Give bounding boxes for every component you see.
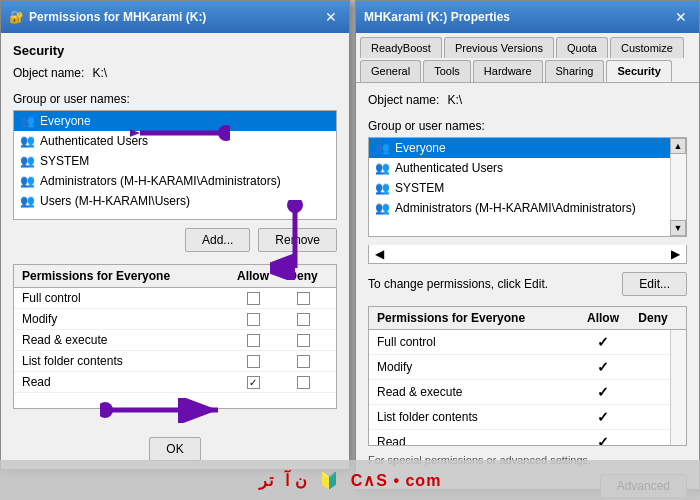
left-permissions-dialog: 🔐 Permissions for MHKarami (K:) ✕ Securi…: [0, 0, 350, 470]
scroll-up-btn[interactable]: ▲: [670, 138, 686, 154]
add-button[interactable]: Add...: [185, 228, 250, 252]
right-user-item-authenticated[interactable]: 👥 Authenticated Users: [369, 158, 670, 178]
object-name-label: Object name:: [13, 66, 84, 80]
right-object-name-label: Object name:: [368, 93, 439, 107]
left-perm-modify-allow[interactable]: [247, 313, 260, 326]
right-perm-readexec: Read & execute ✓: [369, 380, 686, 405]
left-perm-readexec: Read & execute: [14, 330, 336, 351]
right-properties-dialog: MHKarami (K:) Properties ✕ ReadyBoost Pr…: [355, 0, 700, 490]
left-perm-read-deny[interactable]: [297, 376, 310, 389]
left-permissions-header: Permissions for Everyone Allow Deny: [14, 265, 336, 288]
left-user-name-system: SYSTEM: [40, 154, 89, 168]
tab-general[interactable]: General: [360, 60, 421, 82]
user-icon-everyone: 👥: [20, 114, 35, 128]
right-perm-read: Read ✓: [369, 430, 686, 445]
left-user-item-system[interactable]: 👥 SYSTEM: [14, 151, 336, 171]
right-user-list-scrollbar[interactable]: ▲ ▼: [670, 138, 686, 236]
tab-readyboost[interactable]: ReadyBoost: [360, 37, 442, 58]
right-perms-allow-header: Allow: [578, 311, 628, 325]
right-user-icon-authenticated: 👥: [375, 161, 390, 175]
right-permissions-rows: Full control ✓ Modify ✓ Read & execute ✓…: [369, 330, 686, 445]
user-icon-authenticated: 👥: [20, 134, 35, 148]
user-icon-system: 👥: [20, 154, 35, 168]
right-user-list: 👥 Everyone 👥 Authenticated Users 👥 SYSTE…: [368, 137, 687, 237]
left-perms-title: Permissions for Everyone: [22, 269, 228, 283]
tab-tools[interactable]: Tools: [423, 60, 471, 82]
tab-security[interactable]: Security: [606, 60, 671, 82]
right-permissions-section: Permissions for Everyone Allow Deny Full…: [368, 306, 687, 446]
right-user-name-everyone: Everyone: [395, 141, 446, 155]
tab-quota[interactable]: Quota: [556, 37, 608, 58]
left-ok-cancel: OK: [1, 437, 349, 461]
left-perm-readexec-label: Read & execute: [22, 333, 228, 347]
right-close-button[interactable]: ✕: [671, 7, 691, 27]
right-perm-fullcontrol-check: ✓: [597, 334, 609, 350]
left-perm-read-label: Read: [22, 375, 228, 389]
left-user-name-authenticated: Authenticated Users: [40, 134, 148, 148]
right-perm-modify-check: ✓: [597, 359, 609, 375]
edit-button[interactable]: Edit...: [622, 272, 687, 296]
left-dialog-title: Permissions for MHKarami (K:): [29, 10, 206, 24]
left-permissions-rows: Full control Modify Read & execute List …: [14, 288, 336, 408]
left-perm-listfolder-deny[interactable]: [297, 355, 310, 368]
ok-button[interactable]: OK: [149, 437, 200, 461]
right-content: Object name: K:\ Group or user names: 👥 …: [356, 83, 699, 500]
left-perm-read-allow[interactable]: [247, 376, 260, 389]
left-perm-modify-deny[interactable]: [297, 313, 310, 326]
user-icon-users: 👥: [20, 194, 35, 208]
left-perm-modify: Modify: [14, 309, 336, 330]
left-user-item-everyone[interactable]: 👥 Everyone: [14, 111, 336, 131]
left-user-list: 👥 Everyone 👥 Authenticated Users 👥 SYSTE…: [13, 110, 337, 220]
left-perm-fullcontrol-label: Full control: [22, 291, 228, 305]
scroll-down-btn[interactable]: ▼: [670, 220, 686, 236]
left-user-name-everyone: Everyone: [40, 114, 91, 128]
left-perm-listfolder: List folder contents: [14, 351, 336, 372]
left-perm-fullcontrol-allow[interactable]: [247, 292, 260, 305]
watermark-bar: ن آ تر 🔰 C∧S • com: [0, 460, 700, 500]
tab-customize[interactable]: Customize: [610, 37, 684, 58]
right-perm-fullcontrol-label: Full control: [377, 335, 578, 349]
left-user-item-authenticated[interactable]: 👥 Authenticated Users: [14, 131, 336, 151]
right-perm-readexec-check: ✓: [597, 384, 609, 400]
right-user-item-everyone[interactable]: 👥 Everyone: [369, 138, 670, 158]
title-folder-icon: 🔐: [9, 10, 24, 24]
user-icon-admins: 👥: [20, 174, 35, 188]
left-perm-fullcontrol: Full control: [14, 288, 336, 309]
left-dialog-buttons: Add... Remove: [13, 228, 337, 252]
left-perm-readexec-allow[interactable]: [247, 334, 260, 347]
left-user-name-users: Users (M-H-KARAMI\Users): [40, 194, 190, 208]
tab-hardware[interactable]: Hardware: [473, 60, 543, 82]
left-user-item-admins[interactable]: 👥 Administrators (M-H-KARAMI\Administrat…: [14, 171, 336, 191]
tab-sharing[interactable]: Sharing: [545, 60, 605, 82]
left-perms-allow-header: Allow: [228, 269, 278, 283]
object-name-value: K:\: [92, 66, 107, 80]
security-section-title: Security: [13, 43, 337, 58]
left-titlebar: 🔐 Permissions for MHKarami (K:) ✕: [1, 1, 349, 33]
right-perms-deny-header: Deny: [628, 311, 678, 325]
right-user-name-system: SYSTEM: [395, 181, 444, 195]
remove-button[interactable]: Remove: [258, 228, 337, 252]
right-user-item-admins[interactable]: 👥 Administrators (M-H-KARAMI\Administrat…: [369, 198, 670, 218]
left-perm-listfolder-allow[interactable]: [247, 355, 260, 368]
right-perm-listfolder-check: ✓: [597, 409, 609, 425]
right-dialog-title: MHKarami (K:) Properties: [364, 10, 510, 24]
right-object-name-value: K:\: [447, 93, 462, 107]
left-close-button[interactable]: ✕: [321, 7, 341, 27]
tab-previous-versions[interactable]: Previous Versions: [444, 37, 554, 58]
left-perm-modify-label: Modify: [22, 312, 228, 326]
right-user-item-system[interactable]: 👥 SYSTEM: [369, 178, 670, 198]
right-perm-modify: Modify ✓: [369, 355, 686, 380]
right-perm-readexec-label: Read & execute: [377, 385, 578, 399]
scroll-left-btn[interactable]: ◀: [375, 247, 384, 261]
right-perm-listfolder-label: List folder contents: [377, 410, 578, 424]
group-user-names-label: Group or user names:: [13, 92, 337, 106]
right-user-icon-admins: 👥: [375, 201, 390, 215]
scroll-right-btn[interactable]: ▶: [671, 247, 680, 261]
right-user-name-authenticated: Authenticated Users: [395, 161, 503, 175]
left-user-item-users[interactable]: 👥 Users (M-H-KARAMI\Users): [14, 191, 336, 211]
left-perm-readexec-deny[interactable]: [297, 334, 310, 347]
right-perms-scrollbar[interactable]: [670, 330, 686, 445]
tabs-row-1: ReadyBoost Previous Versions Quota Custo…: [356, 33, 699, 58]
left-perm-fullcontrol-deny[interactable]: [297, 292, 310, 305]
right-perms-header: Permissions for Everyone Allow Deny: [369, 307, 686, 330]
